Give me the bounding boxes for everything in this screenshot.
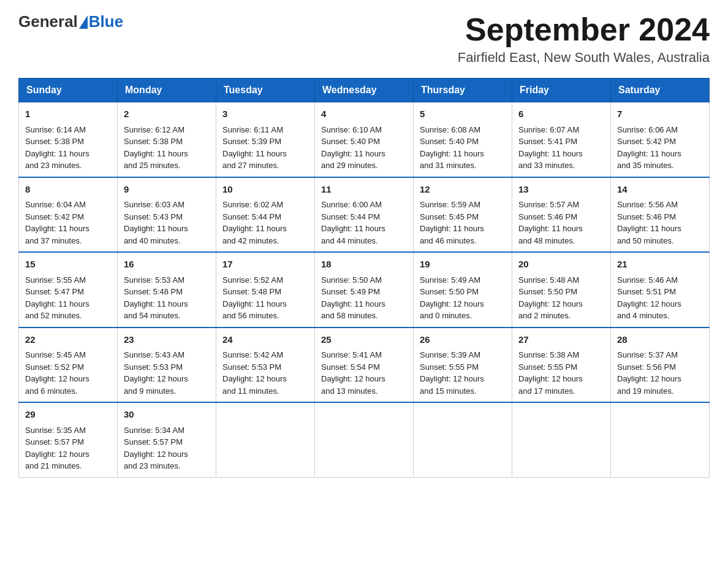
calendar-cell: 22Sunrise: 5:45 AMSunset: 5:52 PMDayligh…	[19, 327, 118, 403]
day-number: 22	[25, 333, 111, 347]
day-number: 27	[518, 333, 604, 347]
day-info: Sunrise: 6:10 AMSunset: 5:40 PMDaylight:…	[321, 124, 407, 172]
calendar-cell	[414, 402, 512, 477]
day-info: Sunrise: 6:07 AMSunset: 5:41 PMDaylight:…	[518, 124, 604, 172]
calendar-cell: 28Sunrise: 5:37 AMSunset: 5:56 PMDayligh…	[611, 327, 710, 403]
calendar-cell: 14Sunrise: 5:56 AMSunset: 5:46 PMDayligh…	[611, 177, 710, 253]
day-number: 12	[420, 183, 506, 197]
calendar-cell: 4Sunrise: 6:10 AMSunset: 5:40 PMDaylight…	[315, 102, 414, 177]
day-info: Sunrise: 6:02 AMSunset: 5:44 PMDaylight:…	[222, 199, 308, 247]
calendar-cell: 8Sunrise: 6:04 AMSunset: 5:42 PMDaylight…	[19, 177, 118, 253]
page-header: General Blue September 2024 Fairfield Ea…	[18, 12, 710, 66]
calendar-cell: 25Sunrise: 5:41 AMSunset: 5:54 PMDayligh…	[315, 327, 414, 403]
day-number: 9	[124, 183, 210, 197]
calendar-week-row-3: 15Sunrise: 5:55 AMSunset: 5:47 PMDayligh…	[19, 252, 710, 327]
day-number: 1	[25, 107, 111, 121]
day-number: 20	[518, 258, 604, 272]
calendar-cell: 17Sunrise: 5:52 AMSunset: 5:48 PMDayligh…	[216, 252, 315, 327]
day-info: Sunrise: 5:35 AMSunset: 5:57 PMDaylight:…	[25, 424, 111, 472]
month-title: September 2024	[458, 12, 710, 47]
day-number: 3	[222, 107, 308, 121]
day-number: 5	[420, 107, 506, 121]
calendar-cell: 30Sunrise: 5:34 AMSunset: 5:57 PMDayligh…	[118, 402, 216, 477]
calendar-cell: 26Sunrise: 5:39 AMSunset: 5:55 PMDayligh…	[414, 327, 512, 403]
calendar-cell: 7Sunrise: 6:06 AMSunset: 5:42 PMDaylight…	[611, 102, 710, 177]
day-info: Sunrise: 5:56 AMSunset: 5:46 PMDaylight:…	[617, 199, 703, 247]
calendar-cell: 29Sunrise: 5:35 AMSunset: 5:57 PMDayligh…	[19, 402, 118, 477]
day-number: 28	[617, 333, 703, 347]
day-info: Sunrise: 6:12 AMSunset: 5:38 PMDaylight:…	[124, 124, 210, 172]
weekday-header-monday: Monday	[118, 79, 216, 102]
calendar-cell: 23Sunrise: 5:43 AMSunset: 5:53 PMDayligh…	[118, 327, 216, 403]
day-number: 25	[321, 333, 407, 347]
day-info: Sunrise: 6:11 AMSunset: 5:39 PMDaylight:…	[222, 124, 308, 172]
calendar-cell: 24Sunrise: 5:42 AMSunset: 5:53 PMDayligh…	[216, 327, 315, 403]
weekday-header-saturday: Saturday	[611, 79, 710, 102]
calendar-cell: 16Sunrise: 5:53 AMSunset: 5:48 PMDayligh…	[118, 252, 216, 327]
weekday-header-friday: Friday	[512, 79, 611, 102]
day-number: 24	[222, 333, 308, 347]
weekday-header-wednesday: Wednesday	[315, 79, 414, 102]
calendar-table: SundayMondayTuesdayWednesdayThursdayFrid…	[18, 78, 710, 478]
day-number: 18	[321, 258, 407, 272]
day-number: 15	[25, 258, 111, 272]
title-area: September 2024 Fairfield East, New South…	[458, 12, 710, 66]
calendar-cell: 12Sunrise: 5:59 AMSunset: 5:45 PMDayligh…	[414, 177, 512, 253]
day-number: 14	[617, 183, 703, 197]
day-info: Sunrise: 6:04 AMSunset: 5:42 PMDaylight:…	[25, 199, 111, 247]
calendar-week-row-4: 22Sunrise: 5:45 AMSunset: 5:52 PMDayligh…	[19, 327, 710, 403]
calendar-week-row-2: 8Sunrise: 6:04 AMSunset: 5:42 PMDaylight…	[19, 177, 710, 253]
calendar-cell: 13Sunrise: 5:57 AMSunset: 5:46 PMDayligh…	[512, 177, 611, 253]
calendar-cell: 10Sunrise: 6:02 AMSunset: 5:44 PMDayligh…	[216, 177, 315, 253]
weekday-header-sunday: Sunday	[19, 79, 118, 102]
weekday-header-thursday: Thursday	[414, 79, 512, 102]
day-info: Sunrise: 5:41 AMSunset: 5:54 PMDaylight:…	[321, 349, 407, 397]
day-info: Sunrise: 5:53 AMSunset: 5:48 PMDaylight:…	[124, 274, 210, 322]
day-info: Sunrise: 5:49 AMSunset: 5:50 PMDaylight:…	[420, 274, 506, 322]
calendar-cell	[512, 402, 611, 477]
calendar-cell: 1Sunrise: 6:14 AMSunset: 5:38 PMDaylight…	[19, 102, 118, 177]
day-number: 23	[124, 333, 210, 347]
weekday-header-row: SundayMondayTuesdayWednesdayThursdayFrid…	[19, 79, 710, 102]
calendar-week-row-5: 29Sunrise: 5:35 AMSunset: 5:57 PMDayligh…	[19, 402, 710, 477]
day-number: 26	[420, 333, 506, 347]
day-info: Sunrise: 6:06 AMSunset: 5:42 PMDaylight:…	[617, 124, 703, 172]
calendar-cell	[315, 402, 414, 477]
day-info: Sunrise: 5:46 AMSunset: 5:51 PMDaylight:…	[617, 274, 703, 322]
calendar-cell: 2Sunrise: 6:12 AMSunset: 5:38 PMDaylight…	[118, 102, 216, 177]
day-number: 17	[222, 258, 308, 272]
day-info: Sunrise: 5:57 AMSunset: 5:46 PMDaylight:…	[518, 199, 604, 247]
day-info: Sunrise: 6:14 AMSunset: 5:38 PMDaylight:…	[25, 124, 111, 172]
calendar-cell: 11Sunrise: 6:00 AMSunset: 5:44 PMDayligh…	[315, 177, 414, 253]
calendar-cell: 9Sunrise: 6:03 AMSunset: 5:43 PMDaylight…	[118, 177, 216, 253]
day-info: Sunrise: 5:34 AMSunset: 5:57 PMDaylight:…	[124, 424, 210, 472]
day-number: 29	[25, 408, 111, 422]
day-info: Sunrise: 6:03 AMSunset: 5:43 PMDaylight:…	[124, 199, 210, 247]
calendar-cell: 20Sunrise: 5:48 AMSunset: 5:50 PMDayligh…	[512, 252, 611, 327]
day-number: 6	[518, 107, 604, 121]
weekday-header-tuesday: Tuesday	[216, 79, 315, 102]
day-number: 30	[124, 408, 210, 422]
calendar-cell	[611, 402, 710, 477]
day-info: Sunrise: 6:00 AMSunset: 5:44 PMDaylight:…	[321, 199, 407, 247]
day-info: Sunrise: 5:50 AMSunset: 5:49 PMDaylight:…	[321, 274, 407, 322]
calendar-week-row-1: 1Sunrise: 6:14 AMSunset: 5:38 PMDaylight…	[19, 102, 710, 177]
calendar-cell: 27Sunrise: 5:38 AMSunset: 5:55 PMDayligh…	[512, 327, 611, 403]
day-number: 19	[420, 258, 506, 272]
day-info: Sunrise: 5:52 AMSunset: 5:48 PMDaylight:…	[222, 274, 308, 322]
calendar-cell: 21Sunrise: 5:46 AMSunset: 5:51 PMDayligh…	[611, 252, 710, 327]
day-number: 21	[617, 258, 703, 272]
calendar-cell: 19Sunrise: 5:49 AMSunset: 5:50 PMDayligh…	[414, 252, 512, 327]
logo-general-text: General	[18, 12, 78, 31]
day-info: Sunrise: 5:55 AMSunset: 5:47 PMDaylight:…	[25, 274, 111, 322]
day-number: 11	[321, 183, 407, 197]
logo-triangle-icon	[79, 15, 88, 29]
day-info: Sunrise: 5:59 AMSunset: 5:45 PMDaylight:…	[420, 199, 506, 247]
calendar-cell: 3Sunrise: 6:11 AMSunset: 5:39 PMDaylight…	[216, 102, 315, 177]
calendar-cell	[216, 402, 315, 477]
calendar-cell: 15Sunrise: 5:55 AMSunset: 5:47 PMDayligh…	[19, 252, 118, 327]
logo-blue-text: Blue	[89, 12, 123, 31]
day-info: Sunrise: 5:39 AMSunset: 5:55 PMDaylight:…	[420, 349, 506, 397]
day-number: 13	[518, 183, 604, 197]
day-info: Sunrise: 5:42 AMSunset: 5:53 PMDaylight:…	[222, 349, 308, 397]
